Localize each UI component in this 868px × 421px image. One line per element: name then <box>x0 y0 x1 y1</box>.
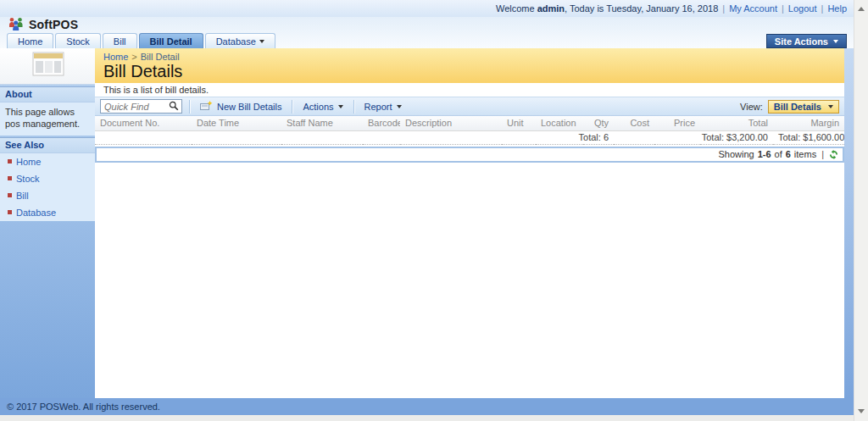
sidebar-item-label: Bill <box>16 191 29 201</box>
separator: | <box>722 3 725 14</box>
pager-separator: | <box>821 149 824 159</box>
my-account-link[interactable]: My Account <box>729 3 777 14</box>
chevron-down-icon <box>828 105 833 108</box>
about-text: This page allows pos management. <box>0 102 95 136</box>
sidebar-item-label: Home <box>16 157 41 167</box>
tab-label: Bill Detail <box>150 36 192 47</box>
help-link[interactable]: Help <box>827 3 847 14</box>
tab-label: Home <box>18 36 42 47</box>
sidebar-item-stock[interactable]: Stock <box>0 170 95 187</box>
view-label: View: <box>740 102 763 112</box>
people-icon <box>8 17 24 32</box>
content-filler <box>95 163 844 399</box>
app-title: SoftPOS <box>29 18 78 31</box>
new-item-sparkle-icon <box>200 101 213 113</box>
logout-link[interactable]: Logout <box>788 3 817 14</box>
tab-bill[interactable]: Bill <box>103 33 137 48</box>
scroll-up-button[interactable] <box>854 2 868 15</box>
red-square-bullet <box>8 210 12 214</box>
separator: | <box>821 3 824 14</box>
col-description[interactable]: Description <box>400 116 502 130</box>
showing-label: Showing <box>718 149 754 159</box>
breadcrumb-home-link[interactable]: Home <box>103 52 128 62</box>
about-box: About This page allows pos management. <box>0 86 95 136</box>
col-location[interactable]: Location <box>536 116 583 130</box>
report-label: Report <box>364 102 392 112</box>
new-bill-details-button[interactable]: New Bill Details <box>197 101 285 113</box>
col-price[interactable]: Price <box>654 116 700 130</box>
body-area: About This page allows pos management. S… <box>0 48 854 398</box>
chevron-down-icon <box>338 105 343 108</box>
tab-database[interactable]: Database <box>205 33 275 48</box>
chevron-down-icon <box>259 40 264 43</box>
col-margin[interactable]: Margin <box>773 116 844 130</box>
col-cost[interactable]: Cost <box>614 116 654 130</box>
sidebar-item-label: Stock <box>16 174 40 184</box>
col-total[interactable]: Total <box>700 116 773 130</box>
sidebar: About This page allows pos management. S… <box>0 48 95 398</box>
col-barcode[interactable]: Barcode <box>363 116 400 130</box>
site-actions-label: Site Actions <box>775 36 828 47</box>
toolbar-separator <box>189 100 190 114</box>
chevron-down-icon <box>397 105 402 108</box>
col-staff-name[interactable]: Staff Name <box>281 116 363 130</box>
separator: | <box>782 3 784 14</box>
copyright-text: © 2017 POSWeb. All rights reserved. <box>7 402 160 412</box>
col-qty[interactable]: Qty <box>583 116 614 130</box>
welcome-date-text: , Today is Tuesday, January 16, 2018 <box>565 3 718 14</box>
scroll-down-button[interactable] <box>854 404 868 418</box>
toolbar: New Bill Details Actions Report View: <box>95 97 844 116</box>
toolbar-separator <box>292 100 292 114</box>
col-unit[interactable]: Unit <box>502 116 536 130</box>
logo-row: SoftPOS <box>0 17 854 32</box>
tab-stock[interactable]: Stock <box>55 33 101 48</box>
right-frame-strip <box>844 48 854 398</box>
red-square-bullet <box>8 176 12 180</box>
tab-label: Bill <box>114 36 126 47</box>
sidebar-item-database[interactable]: Database <box>0 204 95 221</box>
top-chrome: Welcome admin, Today is Tuesday, January… <box>0 0 854 48</box>
arrow-down-icon <box>858 409 865 413</box>
actions-label: Actions <box>303 102 333 112</box>
margin-total: Total: $1,600.00 <box>773 130 844 144</box>
qty-total: Total: 6 <box>95 130 614 144</box>
items-label: items <box>794 149 816 159</box>
welcome-bar: Welcome admin, Today is Tuesday, January… <box>0 0 854 17</box>
footer-bar: © 2017 POSWeb. All rights reserved. <box>0 398 854 415</box>
chevron-down-icon <box>833 40 838 43</box>
welcome-text: Welcome <box>496 3 537 14</box>
actions-button[interactable]: Actions <box>299 102 346 112</box>
toolbar-separator <box>353 100 354 114</box>
sidebar-item-bill[interactable]: Bill <box>0 187 95 204</box>
refresh-icon[interactable] <box>829 150 838 159</box>
see-also-box: See Also Home Stock Bill Database <box>0 137 95 221</box>
quick-find-box <box>100 99 182 114</box>
magnifier-icon[interactable] <box>169 101 179 113</box>
see-also-title: See Also <box>0 138 95 153</box>
tab-bill-detail[interactable]: Bill Detail <box>139 33 203 48</box>
view-value: Bill Details <box>774 102 821 112</box>
report-button[interactable]: Report <box>361 102 405 112</box>
vertical-scrollbar[interactable] <box>854 0 868 421</box>
tab-home[interactable]: Home <box>7 33 53 48</box>
page-header: Home > Bill Detail Bill Details <box>95 48 844 83</box>
pagination-bar: Showing 1-6 of 6 items | <box>95 147 844 163</box>
red-square-bullet <box>8 193 12 197</box>
table-header-row: Document No. Date Time Staff Name Barcod… <box>95 116 844 130</box>
site-actions-button[interactable]: Site Actions <box>766 34 847 48</box>
quick-find-input[interactable] <box>104 102 167 112</box>
red-square-bullet <box>8 159 12 163</box>
totals-row: Total: 6 Total: $3,200.00 Total: $1,600.… <box>95 130 844 144</box>
breadcrumb-current: Bill Detail <box>141 52 180 62</box>
sidebar-image-box <box>0 48 95 85</box>
range-value: 1-6 <box>758 149 771 159</box>
new-bill-details-label: New Bill Details <box>217 102 281 112</box>
tab-label: Stock <box>66 36 90 47</box>
breadcrumb-separator: > <box>131 52 136 62</box>
tab-label: Database <box>216 36 256 47</box>
col-document-no[interactable]: Document No. <box>95 116 192 130</box>
col-date-time[interactable]: Date Time <box>192 116 281 130</box>
sidebar-item-home[interactable]: Home <box>0 153 95 170</box>
view-selector[interactable]: Bill Details <box>768 100 839 114</box>
softpos-page: Welcome admin, Today is Tuesday, January… <box>0 0 868 421</box>
